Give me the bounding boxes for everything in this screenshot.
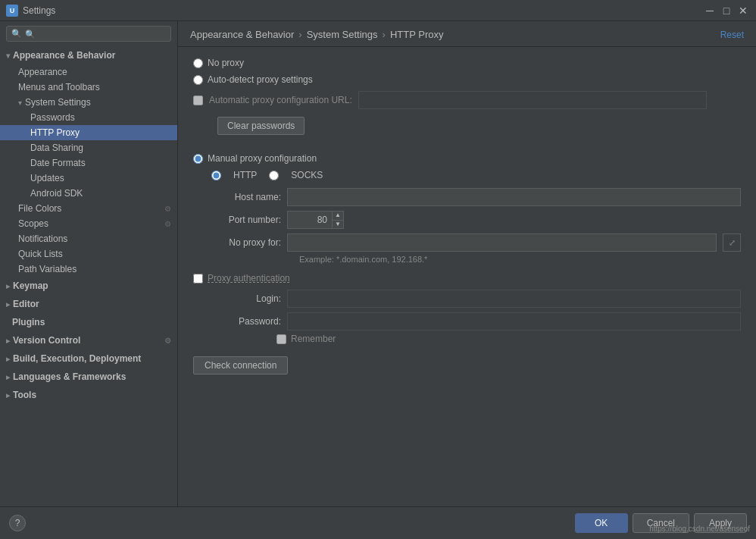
sidebar-item-label: Date Formats (30, 158, 86, 168)
breadcrumb-part-1: Appearance & Behavior (190, 29, 294, 40)
sidebar-item-passwords[interactable]: Passwords (0, 110, 177, 125)
login-input[interactable] (287, 290, 741, 308)
no-proxy-label[interactable]: No proxy (208, 58, 244, 68)
maximize-button[interactable]: □ (720, 4, 733, 17)
sidebar-item-tools[interactable]: Tools (0, 386, 177, 404)
expand-arrow-icon (6, 300, 10, 309)
sidebar-item-quick-lists[interactable]: Quick Lists (0, 246, 177, 262)
sidebar-item-menus-toolbars[interactable]: Menus and Toolbars (0, 80, 177, 95)
auto-config-row: Automatic proxy configuration URL: (193, 91, 741, 109)
password-input[interactable] (287, 312, 741, 331)
auto-detect-label[interactable]: Auto-detect proxy settings (208, 74, 313, 85)
sidebar-item-date-formats[interactable]: Date Formats (0, 155, 177, 171)
expand-arrow-icon (6, 282, 10, 290)
auto-config-checkbox[interactable] (193, 96, 203, 105)
sidebar-item-data-sharing[interactable]: Data Sharing (0, 140, 177, 155)
no-proxy-for-container: ⤢ (287, 233, 741, 252)
sidebar-item-languages-frameworks[interactable]: Languages & Frameworks (0, 368, 177, 386)
sidebar-item-keymap[interactable]: Keymap (0, 277, 177, 295)
sidebar-item-label: System Settings (25, 97, 91, 108)
breadcrumb-sep-2: › (383, 29, 386, 40)
port-number-input[interactable] (287, 211, 333, 229)
no-proxy-row: No proxy (193, 58, 741, 68)
manual-proxy-radio[interactable] (193, 154, 203, 164)
reset-button[interactable]: Reset (720, 30, 744, 40)
sidebar-item-file-colors[interactable]: File Colors ⚙ (0, 201, 177, 216)
sidebar-item-label: HTTP Proxy (30, 127, 80, 138)
http-socks-row: HTTP SOCKS (211, 170, 741, 180)
check-connection-button[interactable]: Check connection (193, 356, 288, 374)
proxy-auth-label: Proxy authentication (208, 273, 290, 284)
expand-arrow-icon (6, 391, 10, 400)
search-input[interactable] (25, 30, 166, 39)
sidebar-item-plugins[interactable]: Plugins (0, 313, 177, 331)
sidebar-item-label: Keymap (13, 280, 48, 291)
sidebar-item-updates[interactable]: Updates (0, 171, 177, 186)
ok-button[interactable]: OK (575, 513, 628, 533)
expand-no-proxy-button[interactable]: ⤢ (723, 233, 741, 252)
remember-label: Remember (291, 334, 336, 344)
main-container: 🔍 Appearance & Behavior Appearance Menus… (0, 21, 756, 506)
auto-config-url-input[interactable] (358, 91, 707, 109)
search-icon: 🔍 (11, 29, 22, 39)
sidebar-item-editor[interactable]: Editor (0, 295, 177, 313)
clear-passwords-button[interactable]: Clear passwords (217, 117, 305, 135)
manual-proxy-header: Manual proxy configuration (193, 153, 741, 164)
sidebar-item-label: File Colors (18, 203, 61, 214)
sidebar-item-http-proxy[interactable]: HTTP Proxy (0, 125, 177, 140)
auto-config-label: Automatic proxy configuration URL: (209, 95, 352, 105)
minimize-button[interactable]: ─ (703, 4, 717, 17)
sidebar-item-version-control[interactable]: Version Control ⚙ (0, 331, 177, 349)
manual-proxy-label[interactable]: Manual proxy configuration (208, 153, 317, 164)
search-box[interactable]: 🔍 (6, 26, 171, 42)
remember-checkbox[interactable] (276, 334, 286, 344)
no-proxy-for-input[interactable] (287, 233, 717, 252)
sidebar-item-label: Appearance & Behavior (13, 50, 115, 61)
proxy-auth-checkbox[interactable] (193, 274, 203, 284)
sidebar-item-label: Data Sharing (30, 143, 83, 153)
port-increment-button[interactable]: ▲ (333, 212, 343, 220)
sidebar-item-label: Passwords (30, 112, 75, 123)
sidebar-item-build-execution[interactable]: Build, Execution, Deployment (0, 349, 177, 368)
no-proxy-for-field: No proxy for: ⤢ (205, 233, 741, 252)
port-input-row: ▲ ▼ (287, 211, 741, 229)
app-icon: U (6, 5, 18, 17)
expand-arrow-icon (18, 99, 22, 107)
sidebar-item-label: Menus and Toolbars (18, 82, 100, 92)
port-spinner: ▲ ▼ (333, 211, 344, 229)
apply-button[interactable]: Apply (694, 513, 747, 533)
sidebar-item-system-settings[interactable]: System Settings (0, 95, 177, 110)
port-number-field: Port number: ▲ ▼ (205, 211, 741, 229)
sidebar-item-appearance[interactable]: Appearance (0, 64, 177, 80)
login-field: Login: (205, 290, 741, 308)
sidebar-item-scopes[interactable]: Scopes ⚙ (0, 216, 177, 231)
sidebar-item-label: Build, Execution, Deployment (13, 353, 141, 364)
sidebar-item-appearance-behavior[interactable]: Appearance & Behavior (0, 46, 177, 64)
sidebar-item-notifications[interactable]: Notifications (0, 231, 177, 246)
help-button[interactable]: ? (9, 515, 26, 531)
proxy-auth-section: Proxy authentication Login: Password: (193, 273, 741, 344)
host-name-input[interactable] (287, 188, 741, 206)
sidebar-item-label: Android SDK (30, 188, 83, 199)
http-label[interactable]: HTTP (233, 170, 257, 180)
socks-label[interactable]: SOCKS (291, 170, 323, 180)
sidebar-item-android-sdk[interactable]: Android SDK (0, 186, 177, 201)
http-radio[interactable] (211, 171, 221, 180)
sidebar-item-label: Appearance (18, 67, 67, 77)
expand-arrow-icon (6, 52, 10, 60)
breadcrumb: Appearance & Behavior › System Settings … (178, 21, 756, 47)
no-proxy-for-label: No proxy for: (205, 237, 281, 248)
file-colors-icon: ⚙ (164, 205, 171, 213)
port-decrement-button[interactable]: ▼ (333, 221, 343, 229)
cancel-button[interactable]: Cancel (633, 513, 689, 533)
socks-radio[interactable] (269, 171, 279, 180)
version-control-icon: ⚙ (164, 337, 171, 345)
password-label: Password: (205, 316, 281, 327)
login-label: Login: (205, 293, 281, 304)
sidebar-item-path-variables[interactable]: Path Variables (0, 262, 177, 277)
sidebar-item-label: Quick Lists (18, 249, 63, 259)
form-area: No proxy Auto-detect proxy settings Auto… (178, 47, 756, 506)
no-proxy-radio[interactable] (193, 58, 203, 68)
close-button[interactable]: ✕ (736, 4, 750, 17)
auto-detect-radio[interactable] (193, 75, 203, 85)
